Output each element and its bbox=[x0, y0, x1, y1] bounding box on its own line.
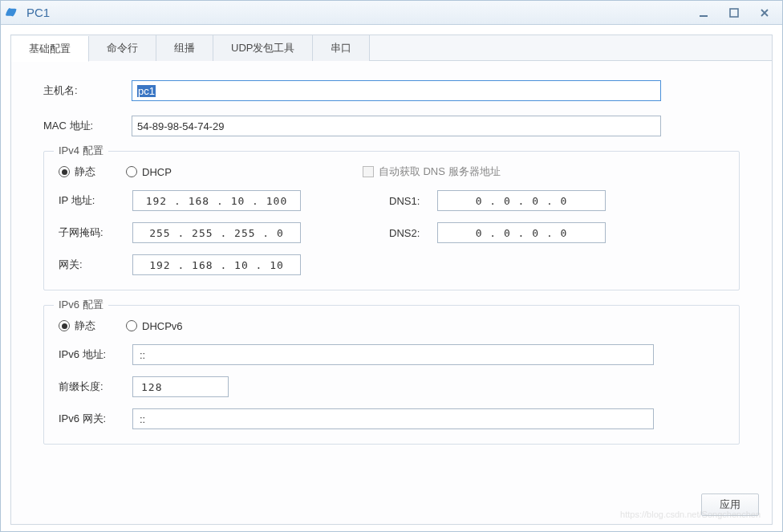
mac-value: 54-89-98-54-74-29 bbox=[137, 120, 224, 132]
ipv4-dhcp-label: DHCP bbox=[142, 166, 172, 178]
tab-body: 主机名: pc1 MAC 地址: 54-89-98-54-74-29 IPv4 … bbox=[11, 61, 772, 487]
ipv6-addr-value: :: bbox=[140, 349, 145, 361]
dns2-input[interactable]: 0 . 0 . 0 . 0 bbox=[437, 222, 606, 243]
ipv6-addr-label: IPv6 地址: bbox=[59, 347, 132, 362]
mask-value: 255 . 255 . 255 . 0 bbox=[149, 227, 284, 239]
ipv6-legend: IPv6 配置 bbox=[54, 298, 108, 312]
ipv6-gw-row: IPv6 网关: :: bbox=[59, 408, 724, 429]
ipv6-fieldset: IPv6 配置 静态 DHCPv6 IPv6 地址: :: bbox=[43, 305, 740, 445]
tab-multicast[interactable]: 组播 bbox=[156, 35, 213, 61]
ipv4-legend: IPv4 配置 bbox=[54, 144, 108, 158]
ip-label: IP 地址: bbox=[59, 193, 132, 208]
ipv6-prefix-row: 前缀长度: 128 bbox=[59, 376, 724, 397]
ip-value: 192 . 168 . 10 . 100 bbox=[146, 195, 288, 207]
tab-cli[interactable]: 命令行 bbox=[89, 35, 156, 61]
ipv4-radio-row: 静态 DHCP 自动获取 DNS 服务器地址 bbox=[59, 164, 724, 179]
radio-icon bbox=[59, 320, 70, 331]
tab-serial[interactable]: 串口 bbox=[313, 35, 370, 61]
ipv6-radio-row: 静态 DHCPv6 bbox=[59, 319, 724, 333]
svg-rect-1 bbox=[730, 9, 738, 17]
ipv6-gw-label: IPv6 网关: bbox=[59, 412, 132, 426]
content-frame: 基础配置 命令行 组播 UDP发包工具 串口 主机名: pc1 MAC 地址: … bbox=[10, 35, 773, 525]
mac-row: MAC 地址: 54-89-98-54-74-29 bbox=[43, 116, 740, 136]
tab-basic-config[interactable]: 基础配置 bbox=[11, 36, 89, 62]
apply-label: 应用 bbox=[720, 497, 740, 512]
svg-rect-0 bbox=[700, 15, 708, 17]
dns1-input[interactable]: 0 . 0 . 0 . 0 bbox=[437, 190, 606, 211]
window-title: PC1 bbox=[26, 6, 686, 19]
radio-icon bbox=[126, 166, 137, 177]
ipv6-prefix-value: 128 bbox=[141, 381, 162, 393]
app-window: PC1 基础配置 命令行 组播 UDP发包工具 串口 主机名: pc1 bbox=[0, 0, 783, 532]
ipv4-dhcp-radio[interactable]: DHCP bbox=[126, 166, 172, 178]
tab-bar: 基础配置 命令行 组播 UDP发包工具 串口 bbox=[11, 35, 772, 61]
ipv4-mask-row: 子网掩码: 255 . 255 . 255 . 0 DNS2: 0 . 0 . … bbox=[59, 222, 724, 243]
ipv4-fieldset: IPv4 配置 静态 DHCP 自动获取 DNS 服务器地址 bbox=[43, 151, 740, 290]
ipv6-prefix-label: 前缀长度: bbox=[59, 380, 132, 394]
ipv6-dhcpv6-label: DHCPv6 bbox=[142, 320, 183, 332]
ipv6-addr-row: IPv6 地址: :: bbox=[59, 344, 724, 365]
mask-input[interactable]: 255 . 255 . 255 . 0 bbox=[132, 222, 301, 243]
maximize-button[interactable] bbox=[721, 4, 747, 22]
title-bar: PC1 bbox=[1, 1, 782, 25]
radio-icon bbox=[59, 166, 70, 177]
hostname-value: pc1 bbox=[137, 85, 156, 97]
hostname-input[interactable]: pc1 bbox=[132, 80, 661, 101]
auto-dns-checkbox[interactable]: 自动获取 DNS 服务器地址 bbox=[363, 164, 501, 179]
dns2-value: 0 . 0 . 0 . 0 bbox=[476, 227, 568, 239]
ipv6-prefix-input[interactable]: 128 bbox=[132, 376, 229, 397]
gw-input[interactable]: 192 . 168 . 10 . 10 bbox=[132, 254, 301, 275]
dns1-label: DNS1: bbox=[389, 195, 437, 207]
radio-icon bbox=[126, 320, 137, 331]
ipv6-static-radio[interactable]: 静态 bbox=[59, 319, 95, 333]
auto-dns-label: 自动获取 DNS 服务器地址 bbox=[379, 164, 501, 179]
ipv6-static-label: 静态 bbox=[75, 319, 95, 333]
mask-label: 子网掩码: bbox=[59, 225, 132, 240]
ip-input[interactable]: 192 . 168 . 10 . 100 bbox=[132, 190, 301, 211]
ipv6-gw-value: :: bbox=[140, 413, 145, 425]
ipv6-gw-input[interactable]: :: bbox=[132, 408, 654, 429]
minimize-button[interactable] bbox=[691, 4, 716, 22]
app-icon bbox=[6, 6, 20, 20]
checkbox-icon bbox=[363, 166, 374, 177]
gw-value: 192 . 168 . 10 . 10 bbox=[149, 259, 284, 271]
hostname-label: 主机名: bbox=[43, 83, 132, 98]
hostname-row: 主机名: pc1 bbox=[43, 80, 740, 101]
ipv4-static-radio[interactable]: 静态 bbox=[59, 164, 95, 179]
ipv4-ip-row: IP 地址: 192 . 168 . 10 . 100 DNS1: 0 . 0 … bbox=[59, 190, 724, 211]
ipv4-gw-row: 网关: 192 . 168 . 10 . 10 bbox=[59, 254, 724, 275]
close-button[interactable] bbox=[752, 4, 777, 22]
button-bar: 应用 bbox=[11, 487, 772, 524]
ipv6-addr-input[interactable]: :: bbox=[132, 344, 654, 365]
dns2-label: DNS2: bbox=[389, 227, 437, 239]
mac-label: MAC 地址: bbox=[43, 119, 132, 133]
ipv4-static-label: 静态 bbox=[75, 164, 95, 179]
mac-input[interactable]: 54-89-98-54-74-29 bbox=[132, 116, 661, 136]
tab-udp-tool[interactable]: UDP发包工具 bbox=[213, 35, 313, 61]
apply-button[interactable]: 应用 bbox=[701, 493, 759, 516]
dns1-value: 0 . 0 . 0 . 0 bbox=[476, 195, 568, 207]
gw-label: 网关: bbox=[59, 258, 132, 272]
ipv6-dhcpv6-radio[interactable]: DHCPv6 bbox=[126, 320, 183, 332]
